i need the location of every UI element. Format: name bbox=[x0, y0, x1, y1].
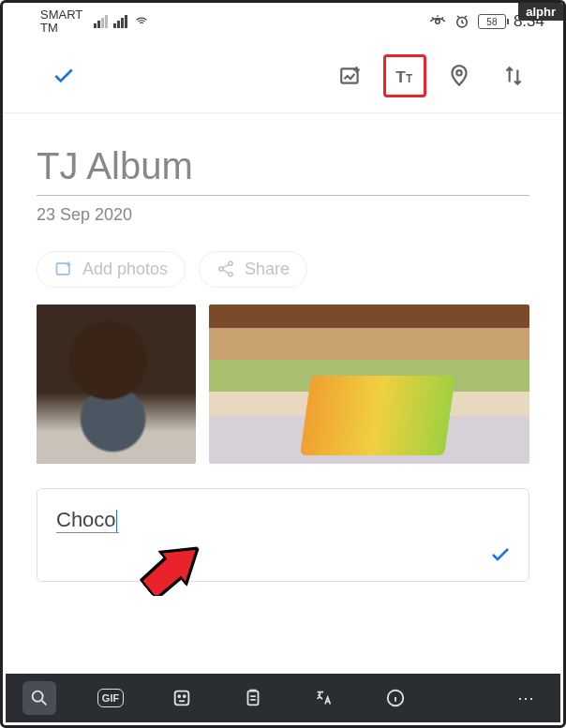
svg-point-11 bbox=[33, 691, 43, 702]
svg-rect-6 bbox=[57, 263, 69, 275]
svg-text:T: T bbox=[395, 67, 406, 85]
photo-grid bbox=[37, 305, 529, 464]
svg-marker-10 bbox=[141, 543, 198, 595]
eye-icon bbox=[429, 13, 446, 30]
sort-button[interactable] bbox=[492, 54, 535, 97]
editor-toolbar: TT bbox=[3, 37, 563, 113]
kb-sticker-button[interactable] bbox=[165, 681, 199, 715]
alarm-icon bbox=[454, 13, 470, 30]
carrier-label: SMART TM bbox=[40, 8, 82, 36]
kb-more-button[interactable]: ⋯ bbox=[510, 681, 544, 715]
share-label: Share bbox=[245, 260, 290, 279]
photo-thumbnail[interactable] bbox=[209, 305, 529, 464]
add-photos-label: Add photos bbox=[82, 260, 168, 279]
text-caption-card[interactable]: Choco bbox=[37, 488, 529, 582]
confirm-button[interactable] bbox=[42, 54, 85, 97]
kb-clipboard-button[interactable] bbox=[236, 681, 270, 715]
battery-indicator: 58 bbox=[478, 14, 506, 29]
album-content: 23 Sep 2020 Add photos Share Choco bbox=[3, 113, 563, 582]
caption-input[interactable]: Choco bbox=[56, 508, 119, 533]
svg-point-5 bbox=[456, 70, 461, 75]
location-button[interactable] bbox=[438, 54, 481, 97]
kb-gif-button[interactable]: GIF bbox=[94, 681, 127, 715]
svg-point-0 bbox=[436, 20, 440, 24]
album-title-input[interactable] bbox=[37, 140, 529, 196]
svg-text:T: T bbox=[406, 71, 413, 84]
watermark: alphr bbox=[518, 3, 563, 21]
add-photos-button[interactable]: Add photos bbox=[37, 251, 186, 288]
caption-confirm-button[interactable] bbox=[489, 543, 512, 570]
add-image-button[interactable] bbox=[329, 54, 372, 97]
status-bar: SMART TM 58 8:34 bbox=[3, 3, 563, 37]
svg-point-13 bbox=[178, 695, 180, 697]
album-date: 23 Sep 2020 bbox=[37, 205, 529, 225]
photo-thumbnail[interactable] bbox=[37, 305, 196, 464]
svg-rect-15 bbox=[248, 691, 259, 706]
signal-icons bbox=[94, 15, 150, 28]
keyboard-toolbar: GIF ⋯ bbox=[6, 674, 560, 722]
svg-rect-12 bbox=[175, 691, 189, 706]
svg-point-14 bbox=[184, 695, 186, 697]
annotation-arrow bbox=[139, 539, 204, 595]
text-format-button[interactable]: TT bbox=[383, 54, 426, 97]
svg-rect-2 bbox=[341, 68, 357, 82]
kb-translate-button[interactable] bbox=[307, 681, 341, 715]
share-button[interactable]: Share bbox=[199, 251, 307, 288]
kb-search-button[interactable] bbox=[22, 681, 56, 715]
kb-info-button[interactable] bbox=[379, 681, 412, 715]
